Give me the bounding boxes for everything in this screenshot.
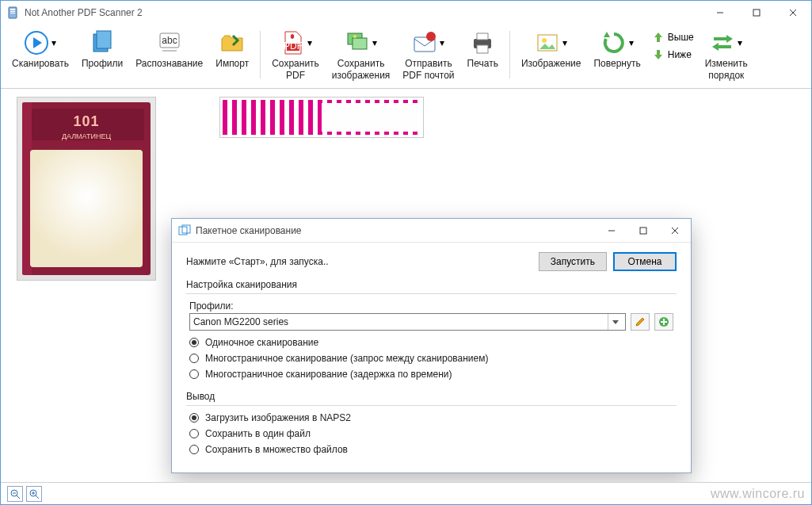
radio-multi-delay[interactable]: Многостраничное сканирование (задержка п… bbox=[189, 369, 673, 380]
profiles-label: Профили: bbox=[189, 300, 673, 312]
edit-profile-button[interactable] bbox=[631, 313, 650, 331]
content-area: 101 ДАЛМАТИНЕЦ Пакетное сканирование bbox=[1, 89, 811, 482]
titlebar: Not Another PDF Scanner 2 bbox=[1, 1, 811, 25]
svg-marker-28 bbox=[726, 35, 733, 43]
watermark: www.wincore.ru bbox=[711, 487, 805, 501]
pdf-icon: PDF bbox=[279, 29, 306, 56]
output-group: Вывод Загрузить изображения в NAPS2 Сохр… bbox=[186, 391, 677, 458]
svg-rect-2 bbox=[10, 11, 15, 12]
svg-marker-36 bbox=[612, 320, 619, 324]
reorder-label: Изменить порядок bbox=[705, 58, 748, 82]
move-up-label: Выше bbox=[668, 32, 694, 43]
thumb1-title: 101 bbox=[22, 113, 151, 130]
dialog-titlebar: Пакетное сканирование bbox=[172, 219, 691, 243]
ocr-icon: abc bbox=[156, 29, 183, 56]
save-images-label: Сохранить изображения bbox=[332, 58, 391, 82]
profiles-icon bbox=[89, 29, 116, 56]
thumb1-subtitle: ДАЛМАТИНЕЦ bbox=[22, 132, 151, 140]
close-button[interactable] bbox=[775, 1, 811, 25]
dialog-maximize-button[interactable] bbox=[627, 219, 659, 243]
svg-marker-27 bbox=[604, 32, 610, 37]
radio-icon bbox=[189, 413, 199, 423]
radio-output-load[interactable]: Загрузить изображения в NAPS2 bbox=[189, 412, 673, 423]
zoom-out-button[interactable] bbox=[7, 486, 23, 502]
scan-label: Сканировать bbox=[12, 58, 69, 70]
svg-rect-11 bbox=[97, 31, 111, 48]
image-button[interactable]: ▾ Изображение bbox=[515, 26, 588, 73]
arrow-down-icon bbox=[652, 48, 665, 61]
save-pdf-button[interactable]: PDF ▾ Сохранить PDF bbox=[265, 26, 326, 85]
separator bbox=[260, 31, 261, 78]
zoom-in-button[interactable] bbox=[26, 486, 42, 502]
svg-point-21 bbox=[426, 32, 436, 41]
scan-settings-title: Настройка сканирования bbox=[186, 279, 677, 290]
save-images-icon bbox=[344, 29, 371, 56]
rotate-button[interactable]: ▾ Повернуть bbox=[587, 26, 646, 73]
separator bbox=[509, 31, 510, 78]
radio-output-one-file[interactable]: Сохранить в один файл bbox=[189, 428, 673, 439]
radio-icon bbox=[189, 354, 199, 363]
chevron-down-icon: ▾ bbox=[51, 37, 57, 48]
reorder-button[interactable]: ▾ Изменить порядок bbox=[699, 26, 754, 85]
print-button[interactable]: Печать bbox=[461, 26, 505, 73]
thumbnail-2[interactable] bbox=[219, 97, 424, 138]
scan-button[interactable]: ▾ Сканировать bbox=[6, 26, 75, 73]
chevron-down-icon: ▾ bbox=[372, 37, 378, 48]
ocr-button[interactable]: abc Распознавание bbox=[129, 26, 209, 73]
send-pdf-button[interactable]: ▾ Отправить PDF почтой bbox=[396, 26, 460, 85]
window-controls bbox=[702, 1, 811, 25]
svg-rect-24 bbox=[477, 45, 488, 53]
chevron-down-icon: ▾ bbox=[439, 37, 445, 48]
svg-rect-23 bbox=[477, 33, 488, 40]
cancel-button[interactable]: Отмена bbox=[613, 252, 677, 271]
radio-single-scan[interactable]: Одиночное сканирование bbox=[189, 337, 673, 348]
rotate-label: Повернуть bbox=[593, 58, 640, 70]
svg-marker-9 bbox=[33, 37, 42, 48]
minimize-button[interactable] bbox=[702, 1, 738, 25]
import-button[interactable]: Импорт bbox=[209, 26, 255, 73]
svg-point-19 bbox=[353, 35, 356, 38]
radio-icon bbox=[189, 429, 199, 438]
dialog-close-button[interactable] bbox=[659, 219, 691, 243]
maximize-button[interactable] bbox=[738, 1, 775, 25]
print-icon bbox=[469, 29, 496, 56]
profiles-label: Профили bbox=[82, 58, 123, 70]
scan-icon bbox=[23, 29, 50, 56]
start-button[interactable]: Запустить bbox=[539, 252, 607, 271]
svg-rect-3 bbox=[10, 13, 15, 13]
move-up-button[interactable]: Выше bbox=[647, 29, 699, 45]
output-title: Вывод bbox=[186, 391, 677, 402]
thumbnail-1[interactable]: 101 ДАЛМАТИНЕЦ bbox=[17, 97, 156, 281]
dialog-minimize-button[interactable] bbox=[596, 219, 627, 243]
move-down-label: Ниже bbox=[668, 49, 692, 60]
svg-rect-5 bbox=[753, 10, 760, 16]
svg-rect-33 bbox=[640, 228, 646, 234]
batch-scan-dialog: Пакетное сканирование Нажмите «Старт», д… bbox=[171, 218, 692, 473]
chevron-down-icon: ▾ bbox=[307, 37, 313, 48]
profile-value: Canon MG2200 series bbox=[193, 316, 608, 327]
add-profile-button[interactable] bbox=[654, 313, 673, 331]
app-icon bbox=[7, 6, 20, 19]
svg-rect-1 bbox=[10, 9, 15, 10]
chevron-down-icon: ▾ bbox=[628, 37, 635, 48]
svg-line-44 bbox=[36, 495, 39, 499]
radio-icon bbox=[189, 369, 199, 379]
move-down-button[interactable]: Ниже bbox=[647, 47, 699, 63]
radio-icon bbox=[189, 338, 199, 347]
svg-text:abc: abc bbox=[162, 35, 177, 46]
email-pdf-icon bbox=[411, 29, 438, 56]
profiles-button[interactable]: Профили bbox=[75, 26, 129, 73]
chevron-down-icon: ▾ bbox=[737, 37, 743, 48]
send-pdf-label: Отправить PDF почтой bbox=[402, 58, 454, 82]
chevron-down-icon: ▾ bbox=[562, 37, 568, 48]
svg-line-41 bbox=[17, 495, 20, 499]
reorder-icon bbox=[709, 29, 736, 56]
save-images-button[interactable]: ▾ Сохранить изображения bbox=[326, 26, 397, 85]
ocr-label: Распознавание bbox=[135, 58, 203, 70]
dialog-icon bbox=[178, 224, 191, 237]
svg-text:PDF: PDF bbox=[284, 40, 303, 52]
window-title: Not Another PDF Scanner 2 bbox=[25, 7, 702, 18]
radio-multi-prompt[interactable]: Многостраничное сканирование (запрос меж… bbox=[189, 353, 673, 364]
profile-select[interactable]: Canon MG2200 series bbox=[189, 313, 626, 331]
radio-output-many-files[interactable]: Сохранить в множество файлов bbox=[189, 444, 673, 455]
